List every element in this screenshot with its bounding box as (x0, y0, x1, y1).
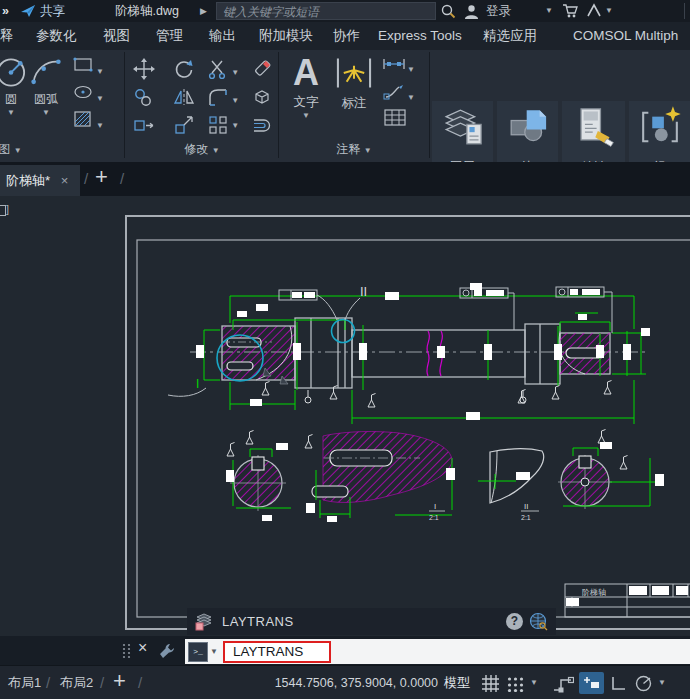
block-icon (506, 105, 550, 149)
ribbon-tab-output[interactable]: 输出 (209, 22, 236, 50)
move-icon[interactable] (133, 58, 155, 80)
layout2-tab[interactable]: 布局2 (60, 666, 93, 699)
polar-caret-icon[interactable]: ▼ (658, 666, 666, 699)
trim-caret-icon[interactable]: ▼ (231, 68, 239, 77)
grid-display-icon[interactable] (481, 674, 500, 693)
customize-wrench-icon[interactable] (158, 642, 176, 660)
command-bar-close-icon[interactable]: × (138, 639, 147, 657)
mirror-icon[interactable] (173, 86, 195, 108)
title-block-name: 阶梯轴 (582, 588, 606, 597)
stretch-icon[interactable] (133, 114, 155, 136)
snap-caret-icon[interactable]: ▼ (530, 666, 538, 699)
search-input[interactable]: 键入关键字或短语 (216, 2, 436, 20)
doc-tab-close-icon[interactable]: × (61, 173, 69, 188)
login-dropdown-caret-icon[interactable]: ▼ (545, 0, 553, 22)
dynamic-input-toggle[interactable] (579, 672, 604, 694)
tab-separator: / (84, 170, 88, 187)
ribbon-tab-annotate-partial[interactable]: 释 (0, 22, 14, 50)
explode-icon[interactable] (251, 86, 273, 108)
draw-arc-button[interactable]: 圆弧 ▼ (24, 54, 68, 117)
command-suggestion-popup: LAYTRANS ? (187, 608, 556, 635)
user-avatar-icon[interactable] (463, 3, 480, 20)
polar-tracking-icon[interactable] (634, 674, 653, 693)
draw-hatch-button[interactable]: ▼ (72, 110, 104, 131)
infer-constraints-icon[interactable] (552, 674, 574, 693)
hatch-icon (72, 110, 96, 128)
login-button[interactable]: 登录 (486, 0, 511, 22)
ribbon-tab-express-tools[interactable]: Express Tools (378, 22, 462, 50)
table-button[interactable] (383, 108, 407, 131)
linear-dim-button[interactable]: ▼ (381, 56, 415, 75)
leader-caret-icon[interactable]: ▼ (407, 93, 415, 102)
search-icon[interactable] (441, 4, 456, 19)
ribbon-tab-collaborate[interactable]: 协作 (333, 22, 360, 50)
command-input-value[interactable]: LAYTRANS (223, 641, 331, 663)
quick-access-overflow-icon[interactable]: » (2, 0, 9, 22)
leader-button[interactable]: ▼ (383, 82, 415, 103)
detail-i-scale: 2:1 (429, 514, 439, 521)
array-icon[interactable] (207, 114, 229, 136)
draw-hatch-caret-icon: ▼ (96, 121, 104, 130)
command-prompt-icon[interactable]: >_ (188, 642, 208, 662)
array-caret-icon[interactable]: ▼ (231, 121, 239, 130)
ribbon-tab-parametric[interactable]: 参数化 (36, 22, 77, 50)
viewport-controls-fragment[interactable]: ] (0, 203, 9, 216)
doc-tab-active[interactable]: 阶梯轴* × (0, 165, 80, 196)
ribbon-tab-manage[interactable]: 管理 (156, 22, 183, 50)
trim-icon[interactable] (207, 58, 229, 80)
ribbon-tab-featured-apps[interactable]: 精选应用 (483, 22, 537, 50)
ribbon-tab-bar: 释 参数化 视图 管理 输出 附加模块 协作 Express Tools 精选应… (0, 22, 690, 51)
scale-icon[interactable] (173, 114, 195, 136)
help-icon[interactable]: ? (506, 613, 523, 630)
draw-panel-label[interactable]: 图 ▼ (0, 141, 60, 158)
layout1-tab[interactable]: 布局1 (8, 666, 41, 699)
layout-separator: / (138, 674, 142, 691)
internet-search-icon[interactable] (529, 612, 548, 631)
command-input-field[interactable]: >_ ▼ LAYTRANS (185, 639, 690, 664)
autodesk-app-caret-icon[interactable]: ▼ (605, 0, 613, 22)
autodesk-app-icon[interactable] (586, 3, 602, 18)
copy-icon[interactable] (133, 86, 155, 108)
rotate-icon[interactable] (173, 58, 195, 80)
new-doc-tab-button[interactable]: + (95, 164, 108, 190)
offset-icon[interactable] (251, 114, 273, 136)
fillet-icon[interactable] (207, 86, 229, 108)
ribbon-tab-comsol[interactable]: COMSOL Multiph (573, 22, 690, 50)
new-layout-button[interactable]: + (113, 668, 126, 694)
title-bar: » 共享 阶梯轴.dwg ▶ 键入关键字或短语 登录 ▼ ▼ (0, 0, 690, 22)
annotate-text-button[interactable]: A 文字 ▼ (284, 52, 328, 120)
erase-icon[interactable] (251, 58, 273, 80)
share-plane-icon (20, 4, 36, 18)
filename-menu-arrow-icon[interactable]: ▶ (200, 0, 207, 22)
fillet-caret-icon[interactable]: ▼ (231, 96, 239, 105)
drawing-canvas[interactable]: ] (0, 196, 690, 636)
annotate-dim-label: 标注 (332, 95, 376, 112)
command-bar-grip-handle[interactable] (122, 643, 131, 659)
panel-separator (278, 52, 279, 158)
annotate-dim-button[interactable]: 标注 (332, 54, 376, 112)
command-history-caret-icon[interactable]: ▼ (210, 647, 218, 656)
ribbon-tab-addins[interactable]: 附加模块 (259, 22, 313, 50)
ortho-mode-icon[interactable] (610, 675, 627, 692)
model-space-button[interactable]: 模型 (444, 666, 470, 699)
modify-panel-label[interactable]: 修改 ▼ (126, 141, 278, 158)
ribbon: 圆 ▼ 圆弧 ▼ ▼ ▼ ▼ 图 ▼ ▼ ▼ (0, 50, 690, 162)
text-big-a-icon: A (284, 52, 328, 94)
ribbon-tab-view[interactable]: 视图 (103, 22, 130, 50)
app-store-cart-icon[interactable] (562, 4, 578, 18)
snap-mode-icon[interactable] (507, 675, 524, 692)
table-icon (383, 108, 407, 128)
detail-ii-callout: II (360, 284, 367, 299)
share-button[interactable]: 共享 (40, 0, 65, 22)
annotate-text-caret-icon: ▼ (284, 111, 328, 120)
cursor-coordinates[interactable]: 1544.7506, 375.9004, 0.0000 (250, 666, 438, 699)
annotate-panel-label[interactable]: 注释 ▼ (280, 141, 428, 158)
draw-ellipse-button[interactable]: ▼ (72, 83, 104, 104)
status-bar: 布局1 / 布局2 / + / 1544.7506, 375.9004, 0.0… (0, 665, 690, 699)
linear-dim-caret-icon[interactable]: ▼ (407, 65, 415, 74)
layout-separator: / (46, 674, 50, 691)
suggestion-text[interactable]: LAYTRANS (222, 614, 294, 629)
draw-rectangle-button[interactable]: ▼ (72, 56, 104, 77)
detail-ii-scale: 2:1 (521, 514, 531, 521)
sheet-frame (126, 216, 690, 629)
